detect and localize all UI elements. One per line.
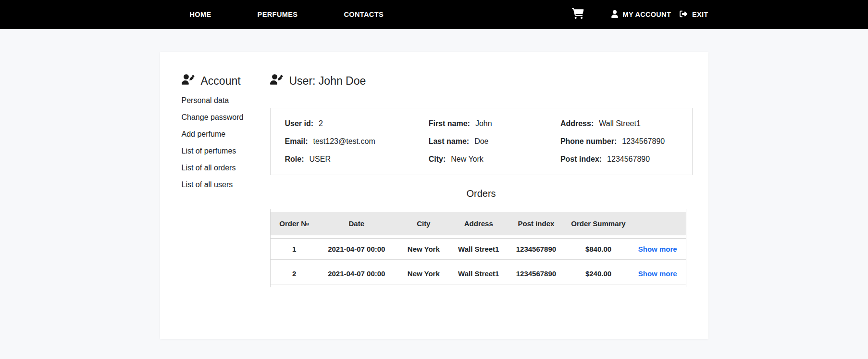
orders-table: Order № Date City Address Post index Ord… xyxy=(270,209,686,287)
field-label: City: xyxy=(429,155,446,163)
order-summary-cell: $240.00 xyxy=(567,263,630,284)
field-post-index: Post index:1234567890 xyxy=(560,155,684,164)
column-city: City xyxy=(395,212,452,235)
sidebar-link-add-perfume[interactable]: Add perfume xyxy=(182,130,226,138)
field-value: Wall Street1 xyxy=(599,119,641,128)
orders-table-header: Order № Date City Address Post index Ord… xyxy=(271,212,686,235)
sidebar-item-change-password: Change password xyxy=(182,113,270,122)
field-email: Email:test123@test.com xyxy=(285,137,429,146)
exit-link[interactable]: EXIT xyxy=(679,10,708,19)
shopping-cart-icon xyxy=(572,8,584,21)
account-sidebar: Account Personal data Change password Ad… xyxy=(160,52,270,339)
sidebar-item-personal-data: Personal data xyxy=(182,96,270,105)
nav-right-group: MY ACCOUNT EXIT xyxy=(572,8,708,21)
top-navbar: HOME PERFUMES CONTACTS MY ACCOUNT EXIT xyxy=(0,0,868,29)
column-post-index: Post index xyxy=(505,212,568,235)
order-city-cell: New York xyxy=(395,238,452,260)
nav-container: HOME PERFUMES CONTACTS MY ACCOUNT EXIT xyxy=(160,8,708,21)
sidebar-title: Account xyxy=(182,74,270,88)
sidebar-item-list-of-all-users: List of all users xyxy=(182,180,270,189)
sidebar-menu: Personal data Change password Add perfum… xyxy=(182,96,270,189)
column-action xyxy=(630,212,686,235)
field-value: 1234567890 xyxy=(607,155,650,163)
sidebar-item-list-of-perfumes: List of perfumes xyxy=(182,147,270,155)
field-value: 2 xyxy=(319,119,323,128)
column-address: Address xyxy=(452,212,505,235)
field-label: Role: xyxy=(285,155,304,163)
order-no-cell: 1 xyxy=(271,238,318,260)
field-label: First name: xyxy=(429,119,470,128)
order-address-cell: Wall Street1 xyxy=(452,238,505,260)
field-role: Role:USER xyxy=(285,155,429,164)
order-row: 1 2021-04-07 00:00 New York Wall Street1… xyxy=(271,238,686,260)
field-value: New York xyxy=(451,155,484,163)
sidebar-link-list-of-all-users[interactable]: List of all users xyxy=(182,180,233,189)
cart-button[interactable] xyxy=(572,8,584,21)
account-card: Account Personal data Change password Ad… xyxy=(160,52,708,339)
field-label: Phone number: xyxy=(560,137,617,145)
sidebar-link-list-of-perfumes[interactable]: List of perfumes xyxy=(182,147,236,155)
user-edit-icon xyxy=(270,74,283,88)
my-account-link[interactable]: MY ACCOUNT xyxy=(611,10,671,19)
my-account-label: MY ACCOUNT xyxy=(623,11,671,18)
sidebar-link-list-of-all-orders[interactable]: List of all orders xyxy=(182,164,236,172)
field-value: Doe xyxy=(474,137,488,145)
nav-link-home[interactable]: HOME xyxy=(190,11,211,18)
field-value: USER xyxy=(310,155,331,163)
field-user-id: User id:2 xyxy=(285,119,429,128)
order-summary-cell: $840.00 xyxy=(567,238,630,260)
column-order-no: Order № xyxy=(271,212,318,235)
sidebar-item-list-of-all-orders: List of all orders xyxy=(182,164,270,172)
exit-label: EXIT xyxy=(692,11,708,18)
sidebar-link-change-password[interactable]: Change password xyxy=(182,113,244,121)
nav-links: HOME PERFUMES CONTACTS xyxy=(160,11,384,18)
user-icon xyxy=(611,10,619,19)
sign-out-icon xyxy=(679,10,688,19)
field-value: test123@test.com xyxy=(313,137,375,145)
header-row: Order № Date City Address Post index Ord… xyxy=(271,212,686,235)
order-post-index-cell: 1234567890 xyxy=(505,238,568,260)
sidebar-item-add-perfume: Add perfume xyxy=(182,130,270,139)
field-address: Address:Wall Street1 xyxy=(560,119,684,128)
order-address-cell: Wall Street1 xyxy=(452,263,505,284)
show-more-link[interactable]: Show more xyxy=(638,269,677,278)
sidebar-title-label: Account xyxy=(201,75,241,88)
order-date-cell: 2021-04-07 00:00 xyxy=(318,263,395,284)
user-info-panel: User id:2 Email:test123@test.com Role:US… xyxy=(270,108,693,175)
field-city: City:New York xyxy=(429,155,560,164)
field-first-name: First name:John xyxy=(429,119,560,128)
show-more-link[interactable]: Show more xyxy=(638,245,677,253)
user-edit-icon xyxy=(182,74,195,88)
field-value: John xyxy=(475,119,492,128)
orders-title: Orders xyxy=(270,188,693,199)
user-detail-section: User: John Doe User id:2 Email:test123@t… xyxy=(270,52,708,339)
field-last-name: Last name:Doe xyxy=(429,137,560,146)
sidebar-link-personal-data[interactable]: Personal data xyxy=(182,96,229,104)
order-action-cell: Show more xyxy=(630,263,686,284)
field-label: Email: xyxy=(285,137,308,145)
order-post-index-cell: 1234567890 xyxy=(505,263,568,284)
orders-table-body: 1 2021-04-07 00:00 New York Wall Street1… xyxy=(271,238,686,284)
page-title: User: John Doe xyxy=(270,74,693,88)
column-date: Date xyxy=(318,212,395,235)
field-value: 1234567890 xyxy=(622,137,665,145)
page-title-label: User: John Doe xyxy=(289,75,366,88)
nav-link-perfumes[interactable]: PERFUMES xyxy=(258,11,298,18)
field-label: Address: xyxy=(560,119,594,128)
field-phone-number: Phone number:1234567890 xyxy=(560,137,684,146)
field-label: User id: xyxy=(285,119,314,128)
field-label: Post index: xyxy=(560,155,602,163)
column-order-summary: Order Summary xyxy=(567,212,630,235)
order-no-cell: 2 xyxy=(271,263,318,284)
nav-link-contacts[interactable]: CONTACTS xyxy=(344,11,384,18)
order-action-cell: Show more xyxy=(630,238,686,260)
order-date-cell: 2021-04-07 00:00 xyxy=(318,238,395,260)
field-label: Last name: xyxy=(429,137,469,145)
order-row: 2 2021-04-07 00:00 New York Wall Street1… xyxy=(271,263,686,284)
order-city-cell: New York xyxy=(395,263,452,284)
